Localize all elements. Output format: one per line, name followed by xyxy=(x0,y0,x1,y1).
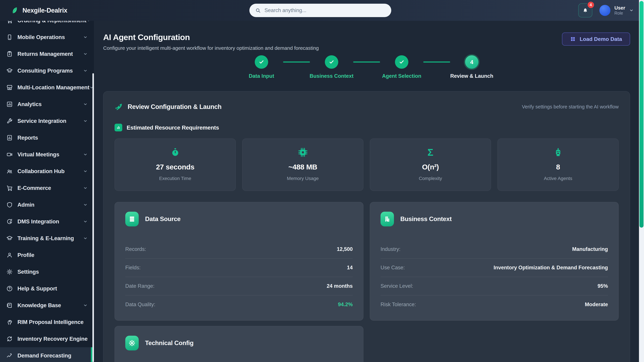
sidebar-item-virtual-meetings[interactable]: Virtual Meetings xyxy=(0,146,94,163)
business-context-card: Business Context Industry: Manufacturing… xyxy=(370,202,619,321)
sidebar-item-inventory-recovery-engine[interactable]: Inventory Recovery Engine xyxy=(0,331,94,347)
bell-icon xyxy=(582,7,588,13)
wrench-icon xyxy=(6,117,13,124)
user-icon xyxy=(6,252,13,259)
step-current-circle: 4 xyxy=(465,55,478,69)
gear-icon xyxy=(6,268,13,275)
load-demo-data-button[interactable]: Load Demo Data xyxy=(562,32,630,45)
avatar xyxy=(600,5,610,16)
chevron-down-icon xyxy=(83,152,88,157)
refresh-icon xyxy=(6,335,13,343)
shopping-cart-icon xyxy=(6,21,13,24)
page-title: AI Agent Configuration xyxy=(103,32,319,42)
sidebar-item-collaboration-hub[interactable]: Collaboration Hub xyxy=(0,163,94,180)
review-hint: Verify settings before starting the AI w… xyxy=(522,104,619,110)
sidebar-item-settings[interactable]: Settings xyxy=(0,264,94,280)
bar-chart-square-icon xyxy=(6,101,13,108)
chevron-down-icon xyxy=(86,21,91,23)
smartphone-icon xyxy=(6,34,13,41)
check-icon xyxy=(328,59,334,65)
sidebar-item-analytics[interactable]: Analytics xyxy=(0,96,94,113)
head-ai-icon xyxy=(6,319,13,326)
video-camera-icon xyxy=(6,151,13,158)
bar-chart-icon xyxy=(114,124,122,131)
technical-config-card: Technical Config Execution Mode: Hybrid … xyxy=(114,326,364,362)
page-scrollbar[interactable] xyxy=(639,0,644,362)
trend-line-icon xyxy=(6,352,13,359)
resources-heading: Estimated Resource Requirements xyxy=(126,124,219,131)
report-chart-icon xyxy=(6,134,13,141)
business-use-case-row: Use Case: Inventory Optimization & Deman… xyxy=(380,258,608,277)
step-connector xyxy=(283,61,310,62)
business-risk-tolerance-row: Risk Tolerance: Moderate xyxy=(380,295,608,314)
check-icon xyxy=(399,59,405,65)
chevron-down-icon xyxy=(629,8,634,12)
main-content: AI Agent Configuration Configure your in… xyxy=(94,21,644,362)
step-agent-selection[interactable]: Agent Selection xyxy=(395,55,408,79)
notifications-button[interactable]: 4 xyxy=(578,3,592,17)
check-icon xyxy=(258,59,264,65)
sidebar-item-service-integration[interactable]: Service Integration xyxy=(0,113,94,129)
sidebar-item-rim-proposal-intelligence[interactable]: RIM Proposal Intelligence xyxy=(0,314,94,331)
step-review-launch[interactable]: 4 Review & Launch xyxy=(465,55,478,79)
sync-arrows-icon xyxy=(6,218,13,225)
shopping-cart-icon xyxy=(6,185,13,192)
sidebar-item-knowledge-base[interactable]: Knowledge Base xyxy=(0,297,94,314)
stopwatch-icon xyxy=(170,147,180,158)
storefront-icon xyxy=(6,84,13,91)
topbar: Nexgile-Dealrix 4 User Role xyxy=(0,0,644,21)
sidebar-item-consulting-programs[interactable]: Consulting Programs xyxy=(0,62,94,79)
step-data-input[interactable]: Data Input xyxy=(255,55,268,79)
step-complete-circle xyxy=(325,55,338,69)
chevron-down-icon xyxy=(83,203,88,207)
step-complete-circle xyxy=(255,55,268,69)
data-source-quality-row: Data Quality: 94.2% xyxy=(125,295,353,314)
chevron-down-icon xyxy=(83,219,88,224)
sidebar-item-multi-location-management[interactable]: Multi-Location Management xyxy=(0,79,94,96)
chevron-down-icon xyxy=(83,68,88,73)
user-menu[interactable]: User Role xyxy=(600,5,634,16)
page-scrollbar-thumb[interactable] xyxy=(640,1,644,228)
sigma-icon: Σ xyxy=(428,147,433,158)
sidebar-item-demand-forecasting[interactable]: Demand Forecasting xyxy=(0,347,94,362)
sidebar-item-ordering-replenishment[interactable]: Ordering & Replenishment xyxy=(0,21,94,29)
review-title: Review Configuration & Launch xyxy=(128,103,222,110)
sidebar-item-training-elearning[interactable]: Training & E-Learning xyxy=(0,230,94,247)
metric-execution-time: 27 seconds Execution Time xyxy=(114,138,236,191)
brand: Nexgile-Dealrix xyxy=(0,6,67,15)
grid-icon xyxy=(570,36,576,42)
sidebar-item-reports[interactable]: Reports xyxy=(0,129,94,146)
step-connector xyxy=(423,61,450,62)
help-circle-icon xyxy=(6,285,13,292)
sidebar-item-profile[interactable]: Profile xyxy=(0,247,94,264)
sidebar-item-ecommerce[interactable]: E-Commerce xyxy=(0,180,94,196)
chevron-down-icon xyxy=(83,119,88,123)
sidebar-item-admin[interactable]: Admin xyxy=(0,196,94,213)
search-input[interactable] xyxy=(264,7,386,13)
server-icon xyxy=(125,212,139,226)
user-name: User xyxy=(614,5,626,11)
notification-badge: 4 xyxy=(587,1,595,9)
sidebar-item-dms-integration[interactable]: DMS Integration xyxy=(0,213,94,230)
metric-active-agents: 8 Active Agents xyxy=(498,138,619,191)
data-source-card: Data Source Records: 12,500 Fields: 14 D… xyxy=(114,202,364,321)
sidebar-item-help-support[interactable]: Help & Support xyxy=(0,280,94,297)
step-business-context[interactable]: Business Context xyxy=(325,55,338,79)
cpu-chip-icon xyxy=(298,147,308,158)
chevron-down-icon xyxy=(83,236,88,241)
brand-title: Nexgile-Dealrix xyxy=(22,7,67,14)
global-search[interactable] xyxy=(250,4,391,17)
sidebar-item-returns-management[interactable]: Returns Management xyxy=(0,45,94,62)
chevron-down-icon xyxy=(83,102,88,106)
review-panel: Review Configuration & Launch Verify set… xyxy=(103,91,630,362)
rocket-icon xyxy=(114,103,123,111)
shield-icon xyxy=(6,201,13,208)
metric-memory-usage: ~488 MB Memory Usage xyxy=(242,138,364,191)
page-subtitle: Configure your intelligent multi-agent w… xyxy=(103,45,319,51)
graduation-cap-icon xyxy=(6,235,13,242)
sidebar-item-mobile-operations[interactable]: Mobile Operations xyxy=(0,29,94,45)
step-complete-circle xyxy=(395,55,408,69)
sidebar-scrollbar[interactable] xyxy=(92,73,94,362)
building-icon xyxy=(380,212,394,226)
chevron-down-icon xyxy=(83,169,88,173)
